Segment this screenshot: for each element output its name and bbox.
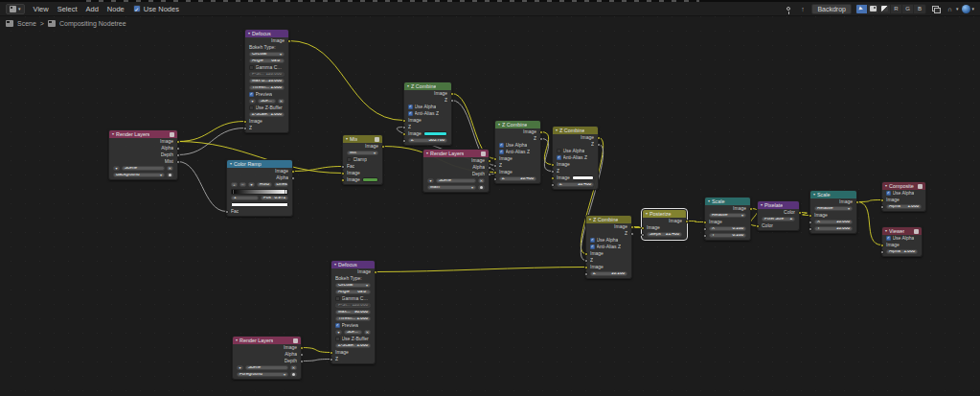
node-zc3[interactable]: ▾Z CombineImageZUse Alpha✓Anti-Alias ZIm…	[552, 126, 599, 190]
checkbox[interactable]	[335, 337, 340, 341]
collapse-icon[interactable]: ▾	[498, 123, 500, 127]
image-right-socket[interactable]	[685, 220, 689, 223]
z-left-socket[interactable]	[330, 358, 333, 361]
selected-stop-color[interactable]	[231, 202, 288, 207]
z2-left-socket[interactable]	[551, 183, 555, 187]
image-left-socket[interactable]	[703, 221, 707, 224]
image2-left-socket[interactable]	[341, 178, 345, 182]
color-ramp-gradient[interactable]	[231, 189, 288, 195]
node-header[interactable]: ▾Composite	[882, 182, 925, 190]
image-left-socket[interactable]	[243, 120, 247, 124]
dropdown[interactable]: Mix▾	[347, 151, 378, 156]
scene-name-field[interactable]: Sce...	[258, 99, 276, 105]
unlink-icon[interactable]: ✕	[478, 178, 485, 184]
value-field[interactable]: Z383.780	[408, 138, 447, 144]
collapse-icon[interactable]: ▾	[761, 203, 763, 207]
alpha-right-socket[interactable]	[488, 166, 491, 170]
node-scale2[interactable]: ▾ScaleImageRelative▾ImageX10.000Y10.000	[809, 190, 857, 234]
fac-left-socket[interactable]	[225, 210, 229, 214]
add-stop-button[interactable]: +	[231, 182, 238, 188]
collapse-icon[interactable]: ▾	[813, 193, 815, 197]
z1-left-socket[interactable]	[402, 126, 406, 129]
node-header[interactable]: ▾Z Combine	[553, 127, 598, 134]
value-field[interactable]: Max...90.000	[335, 310, 371, 315]
node-defocus2[interactable]: ▾DefocusImageBokeh Type:Circular▾Angle69…	[330, 260, 376, 364]
z2-left-socket[interactable]	[402, 139, 406, 143]
node-rl1[interactable]: ▾Render LayersImageAlphaDepthMist▾Scene✕…	[108, 129, 178, 180]
collapse-icon[interactable]: ▾	[230, 162, 232, 166]
node-header[interactable]: ▾Color Ramp	[227, 160, 292, 168]
alpha-left-socket[interactable]	[880, 250, 884, 254]
checkbox[interactable]: ✓	[590, 238, 595, 243]
checkbox[interactable]: ✓	[499, 150, 504, 154]
value-field[interactable]: Pixel Size1	[762, 217, 795, 222]
z1-left-socket[interactable]	[584, 259, 588, 263]
image-left-socket[interactable]	[809, 214, 812, 218]
breadcrumb-nodetree[interactable]: Compositing Nodetree	[59, 20, 126, 27]
node-mix[interactable]: ▾MixImageMix▾ClampFacImageImage	[342, 134, 383, 185]
image2-left-socket[interactable]	[493, 171, 497, 175]
value-field[interactable]: Z10.100	[590, 271, 627, 277]
collapse-icon[interactable]: ▾	[112, 132, 114, 136]
node-header[interactable]: ▾Render Layers	[109, 130, 177, 138]
node-rl3[interactable]: ▾Render LayersImageAlphaDepth▾Scene✕Fore…	[232, 336, 302, 380]
unlink-icon[interactable]: ✕	[364, 330, 371, 336]
collapse-icon[interactable]: ▾	[248, 32, 250, 35]
checkbox[interactable]	[557, 149, 561, 153]
dropdown[interactable]: Relative▾	[709, 213, 746, 219]
alpha-right-socket[interactable]	[176, 147, 180, 151]
image-right-socket[interactable]	[381, 145, 385, 149]
node-header[interactable]: ▾Render Layers	[233, 337, 301, 344]
value-field[interactable]: Alpha1.000	[886, 204, 922, 210]
scene-datablock-icon[interactable]: ▾	[249, 99, 256, 105]
checkbox[interactable]: ✓	[499, 143, 504, 148]
z-right-socket[interactable]	[630, 232, 634, 236]
use-nodes-toggle[interactable]: ✓ Use Nodes	[133, 5, 179, 13]
collapse-icon[interactable]: ▾	[885, 184, 887, 188]
image-left-socket[interactable]	[880, 198, 884, 202]
image1-left-socket[interactable]	[341, 172, 345, 175]
menu-node[interactable]: Node	[107, 5, 125, 13]
collapse-icon[interactable]: ▾	[426, 151, 428, 155]
image-right-socket[interactable]	[291, 170, 295, 174]
render-layer-icon[interactable]	[478, 185, 485, 191]
checkbox[interactable]: ✓	[249, 92, 254, 97]
z1-left-socket[interactable]	[493, 164, 497, 168]
scene-name-field[interactable]: Sce...	[344, 330, 362, 336]
collapse-icon[interactable]: ▾	[236, 338, 238, 342]
image1-left-socket[interactable]	[493, 157, 497, 161]
alpha-left-socket[interactable]	[880, 205, 884, 209]
menu-view[interactable]: View	[34, 5, 49, 13]
node-colorramp[interactable]: ▾Color RampImageAlpha+−▾RGBLinear▾1Pos0.…	[226, 159, 293, 217]
ramp-stop-marker[interactable]	[233, 190, 234, 194]
node-header[interactable]: ▾Viewer	[882, 227, 922, 235]
color-right-socket[interactable]	[798, 211, 802, 215]
checkbox[interactable]	[347, 157, 352, 162]
layer-dropdown[interactable]: Foreground▾	[237, 372, 288, 378]
depth-right-socket[interactable]	[300, 360, 304, 363]
node-scale1[interactable]: ▾ScaleImageRelative▾ImageX0.100Y0.100	[704, 197, 751, 241]
image-left-socket[interactable]	[880, 244, 884, 247]
unlink-icon[interactable]: ✕	[290, 365, 297, 371]
collapse-icon[interactable]: ▾	[589, 218, 591, 221]
y-left-socket[interactable]	[809, 227, 812, 231]
z-right-socket[interactable]	[450, 99, 454, 103]
image2-left-socket[interactable]	[584, 266, 588, 269]
checkbox[interactable]	[249, 65, 254, 70]
shading-dropdown[interactable]: ▾	[962, 5, 974, 13]
image-right-socket[interactable]	[855, 200, 859, 204]
value-field[interactable]: Thresh...1.000	[335, 316, 371, 322]
checkbox[interactable]: ✓	[886, 236, 891, 241]
y-left-socket[interactable]	[703, 234, 707, 238]
node-header[interactable]: ▾Pixelate	[758, 201, 799, 209]
menu-select[interactable]: Select	[57, 5, 78, 13]
collapse-icon[interactable]: ▾	[708, 199, 710, 203]
x-left-socket[interactable]	[703, 227, 707, 231]
scene-name-field[interactable]: Scene	[122, 166, 165, 172]
snap-dropdown[interactable]: ∩ ▾	[945, 4, 959, 14]
backdrop-image-icon[interactable]	[868, 5, 879, 13]
color-swatch[interactable]	[423, 131, 447, 136]
stop-index-field[interactable]: 1	[231, 196, 259, 201]
color-left-socket[interactable]	[756, 224, 760, 228]
image1-left-socket[interactable]	[551, 163, 555, 167]
